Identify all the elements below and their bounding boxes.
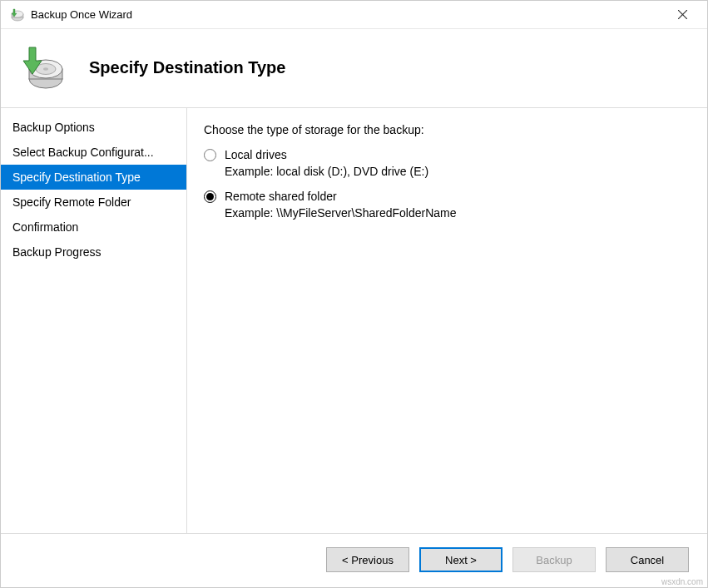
next-button[interactable]: Next > [419, 547, 503, 572]
app-icon [9, 7, 24, 22]
close-button[interactable] [666, 2, 699, 27]
radio-option-remote-shared-folder[interactable]: Remote shared folder [204, 190, 691, 203]
watermark: wsxdn.com [661, 577, 703, 586]
instruction-text: Choose the type of storage for the backu… [204, 123, 691, 136]
sidebar-item-label: Specify Destination Type [12, 170, 141, 184]
radio-label-remote: Remote shared folder [225, 190, 337, 203]
sidebar-item-label: Backup Progress [12, 245, 101, 259]
sidebar-item-backup-options[interactable]: Backup Options [1, 115, 186, 140]
button-bar: < Previous Next > Backup Cancel [1, 533, 707, 586]
sidebar-item-label: Confirmation [12, 220, 78, 234]
sidebar-item-label: Specify Remote Folder [12, 195, 131, 209]
sidebar-item-select-backup-config[interactable]: Select Backup Configurat... [1, 140, 186, 165]
radio-local-drives[interactable] [204, 149, 216, 161]
radio-option-local-drives[interactable]: Local drives [204, 148, 691, 161]
wizard-steps-sidebar: Backup Options Select Backup Configurat.… [1, 108, 187, 533]
sidebar-item-specify-destination-type[interactable]: Specify Destination Type [1, 165, 186, 190]
radio-label-local: Local drives [225, 148, 287, 161]
example-remote: Example: \\MyFileServer\SharedFolderName [225, 206, 691, 220]
sidebar-item-confirmation[interactable]: Confirmation [1, 215, 186, 240]
sidebar-item-specify-remote-folder[interactable]: Specify Remote Folder [1, 190, 186, 215]
content-area: Backup Options Select Backup Configurat.… [1, 107, 707, 533]
radio-remote-shared-folder[interactable] [204, 190, 216, 203]
sidebar-item-label: Backup Options [12, 121, 95, 134]
window-title: Backup Once Wizard [31, 8, 666, 21]
close-icon [678, 10, 687, 19]
main-panel: Choose the type of storage for the backu… [187, 108, 707, 533]
sidebar-item-backup-progress[interactable]: Backup Progress [1, 240, 186, 264]
backup-button: Backup [512, 547, 596, 572]
cancel-button[interactable]: Cancel [606, 547, 689, 572]
previous-button[interactable]: < Previous [326, 547, 409, 572]
page-title: Specify Destination Type [89, 58, 285, 77]
sidebar-item-label: Select Backup Configurat... [12, 146, 154, 159]
svg-point-9 [43, 67, 48, 70]
wizard-icon [17, 44, 64, 91]
example-local: Example: local disk (D:), DVD drive (E:) [225, 165, 691, 178]
wizard-header: Specify Destination Type [1, 29, 707, 107]
titlebar: Backup Once Wizard [1, 1, 707, 29]
